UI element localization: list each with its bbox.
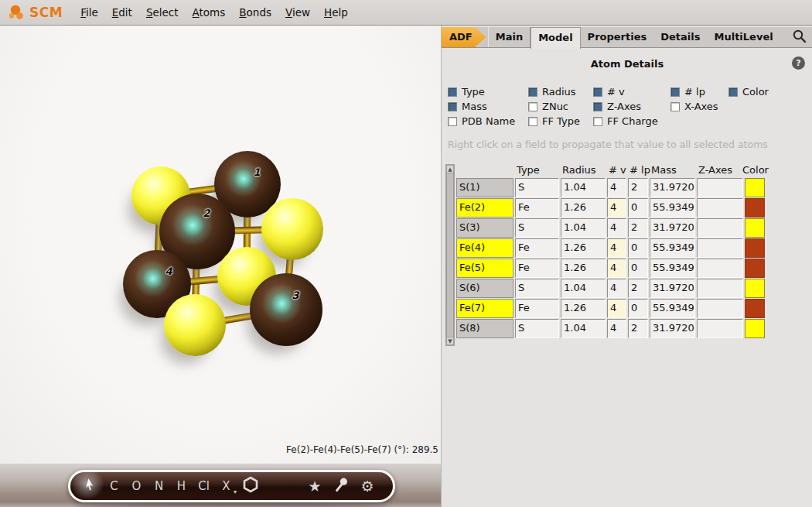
cell-lonepairs[interactable]: 0 <box>628 238 648 258</box>
cell-radius[interactable]: 1.04 <box>561 178 606 197</box>
cell-zaxes[interactable] <box>697 259 743 278</box>
toggle-pdb-name[interactable]: PDB Name <box>448 115 528 127</box>
cell-color-swatch[interactable] <box>745 279 765 298</box>
menu-file[interactable]: File <box>73 6 105 19</box>
element-c-button[interactable]: C <box>103 479 125 493</box>
table-scrollbar[interactable]: ▲ ▼ <box>445 164 455 346</box>
toggle-radius[interactable]: Radius <box>528 86 593 98</box>
atom-row-label[interactable]: Fe(5) <box>456 259 513 278</box>
settings-tool[interactable]: ⚙ <box>354 478 380 495</box>
ring-tool[interactable] <box>237 476 264 496</box>
toggle-x-axes[interactable]: X-Axes <box>670 101 728 112</box>
cell-zaxes[interactable] <box>697 218 743 238</box>
cell-mass[interactable]: 31.97207 <box>650 218 695 238</box>
s-atom[interactable] <box>261 198 323 260</box>
atom-row-label[interactable]: Fe(2) <box>456 198 513 218</box>
cell-valence[interactable]: 4 <box>607 319 626 338</box>
cell-lonepairs[interactable]: 2 <box>628 279 648 298</box>
tab-model[interactable]: Model <box>531 27 580 49</box>
cell-mass[interactable]: 31.97207 <box>650 178 695 197</box>
scrollbar-thumb[interactable] <box>446 173 454 337</box>
cell-mass[interactable]: 55.93494 <box>650 299 695 318</box>
toggle-color[interactable]: Color <box>728 86 798 98</box>
cell-radius[interactable]: 1.26 <box>561 299 606 318</box>
cell-mass[interactable]: 55.93494 <box>650 198 695 218</box>
menu-select[interactable]: Select <box>139 6 186 19</box>
toggle-ff-type[interactable]: FF Type <box>528 115 593 127</box>
cell-valence[interactable]: 4 <box>607 259 626 278</box>
toggle-znuc[interactable]: ZNuc <box>528 101 593 112</box>
cell-zaxes[interactable] <box>697 178 743 197</box>
menu-help[interactable]: Help <box>317 6 355 19</box>
cell-type[interactable]: S <box>515 319 559 338</box>
cell-radius[interactable]: 1.26 <box>561 238 606 258</box>
cell-lonepairs[interactable]: 0 <box>628 198 648 218</box>
cell-lonepairs[interactable]: 2 <box>628 178 648 197</box>
cell-mass[interactable]: 31.97207 <box>650 279 695 298</box>
cell-zaxes[interactable] <box>697 279 743 298</box>
tab-main[interactable]: Main <box>488 27 531 47</box>
cell-type[interactable]: Fe <box>515 238 559 258</box>
cell-mass[interactable]: 31.97207 <box>650 319 695 338</box>
tab-multilevel[interactable]: MultiLevel <box>708 27 780 47</box>
tab-adf[interactable]: ADF <box>442 27 486 47</box>
atom-row-label[interactable]: S(3) <box>456 218 513 238</box>
toggle-type[interactable]: Type <box>448 86 528 98</box>
cell-lonepairs[interactable]: 0 <box>628 299 648 318</box>
cell-zaxes[interactable] <box>697 238 743 258</box>
cell-lonepairs[interactable]: 0 <box>628 259 648 278</box>
structures-tool[interactable]: ★ <box>302 478 328 495</box>
menu-bonds[interactable]: Bonds <box>232 6 278 19</box>
cell-valence[interactable]: 4 <box>607 238 626 258</box>
cell-radius[interactable]: 1.04 <box>561 218 606 238</box>
cell-radius[interactable]: 1.04 <box>561 319 606 338</box>
menu-edit[interactable]: Edit <box>105 6 139 19</box>
cell-type[interactable]: S <box>515 178 559 197</box>
atom-row-label[interactable]: Fe(4) <box>456 238 513 258</box>
toggle-z-axes[interactable]: Z-Axes <box>593 101 670 112</box>
element-n-button[interactable]: N <box>148 479 170 493</box>
toggle--lp[interactable]: # lp <box>670 86 728 98</box>
cell-color-swatch[interactable] <box>745 259 765 278</box>
cell-zaxes[interactable] <box>697 299 743 318</box>
cell-type[interactable]: Fe <box>515 198 559 218</box>
cell-color-swatch[interactable] <box>745 178 765 197</box>
cell-lonepairs[interactable]: 2 <box>628 218 648 238</box>
search-icon[interactable] <box>792 29 807 44</box>
cell-color-swatch[interactable] <box>745 319 765 338</box>
menu-atoms[interactable]: Atoms <box>186 6 233 19</box>
cell-radius[interactable]: 1.26 <box>561 198 606 218</box>
atom-row-label[interactable]: S(1) <box>456 178 513 197</box>
element-o-button[interactable]: O <box>125 479 148 493</box>
cell-type[interactable]: Fe <box>515 259 559 278</box>
scroll-up-icon[interactable]: ▲ <box>446 165 454 173</box>
cell-lonepairs[interactable]: 2 <box>628 319 648 338</box>
cell-valence[interactable]: 4 <box>607 299 626 318</box>
cell-color-swatch[interactable] <box>745 299 765 318</box>
cell-radius[interactable]: 1.26 <box>561 259 606 278</box>
molecule-viewer[interactable]: 1243 Fe(2)-Fe(4)-Fe(5)-Fe(7) (°): 289.5 <box>0 26 441 463</box>
s-atom[interactable] <box>164 294 226 356</box>
cell-valence[interactable]: 4 <box>607 198 626 218</box>
cell-valence[interactable]: 4 <box>607 218 626 238</box>
cell-color-swatch[interactable] <box>745 238 765 258</box>
cell-zaxes[interactable] <box>697 319 743 338</box>
element-h-button[interactable]: H <box>170 479 193 493</box>
atom-row-label[interactable]: S(8) <box>456 319 513 338</box>
fe-atom-selected-3[interactable]: 3 <box>250 273 322 346</box>
toggle-mass[interactable]: Mass <box>448 101 528 112</box>
element-x-button[interactable]: X▾ <box>215 479 237 493</box>
toggle--v[interactable]: # v <box>593 86 670 98</box>
pointer-tool[interactable] <box>328 477 354 495</box>
select-tool[interactable] <box>77 477 103 495</box>
cell-zaxes[interactable] <box>697 198 743 218</box>
cell-valence[interactable]: 4 <box>607 178 626 197</box>
cell-color-swatch[interactable] <box>745 218 765 238</box>
help-icon[interactable]: ? <box>792 57 805 70</box>
cell-type[interactable]: Fe <box>515 299 559 318</box>
cell-mass[interactable]: 55.93494 <box>650 238 695 258</box>
toggle-ff-charge[interactable]: FF Charge <box>593 115 670 127</box>
atom-row-label[interactable]: Fe(7) <box>456 299 513 318</box>
cell-valence[interactable]: 4 <box>607 279 626 298</box>
tab-details[interactable]: Details <box>653 27 707 47</box>
